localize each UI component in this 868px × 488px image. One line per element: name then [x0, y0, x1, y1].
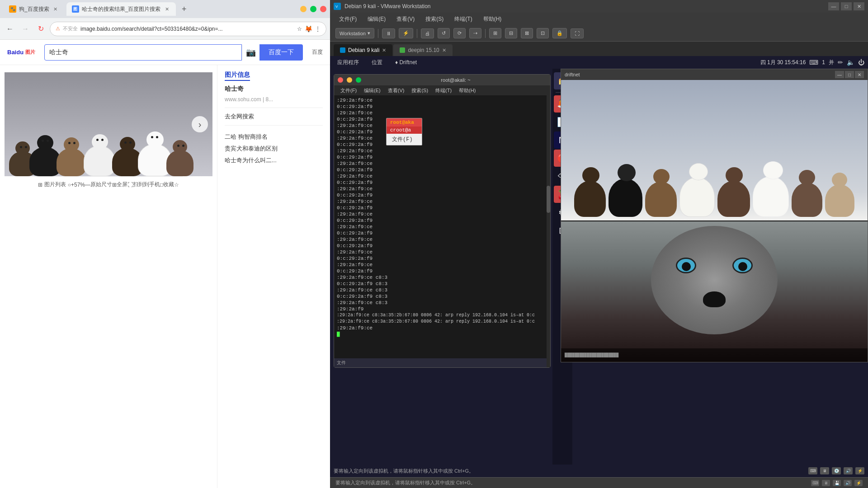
collect-btn[interactable]: 收藏: [163, 181, 174, 188]
vmware-menu-help[interactable]: 帮助(H): [478, 14, 507, 25]
driftnet-close-btn[interactable]: ✕: [855, 71, 864, 78]
tab1-close[interactable]: ✕: [52, 5, 59, 13]
status-icon-disk: 💽: [832, 467, 841, 474]
vmware-menu-file[interactable]: 文件(F): [334, 14, 362, 25]
vmware-tab-debian[interactable]: Debian 9 kali ✕: [334, 44, 392, 56]
context-menu-file[interactable]: 文件(F): [387, 134, 422, 145]
dp5: [717, 181, 750, 217]
terminal-body[interactable]: :29:2a:f9:ce 0:c:29:2a:f9 :29:2a:f9:ce 0…: [334, 95, 550, 367]
browser-window: 🐾 狗_百度搜索 ✕ 图 哈士奇的搜索结果_百度图片搜索 ✕ + ← → ↻: [0, 0, 330, 488]
suggestion-1[interactable]: 二哈 狗智商排名: [225, 131, 323, 143]
dp1: [574, 181, 606, 217]
vmware-status-ind-5[interactable]: ⚡: [854, 480, 863, 486]
address-bar[interactable]: ⚠ 不安全 image.baidu.com/search/detail?ct=5…: [50, 22, 326, 36]
workstation-dropdown[interactable]: Workstation ▾: [335, 28, 374, 38]
terminal-close-btn[interactable]: [338, 77, 343, 83]
terminal-window: root@akali: ~ 文件(F) 编辑(E) 查看(V) 搜索(S) 终端…: [334, 74, 551, 368]
pause-btn[interactable]: ⏸: [382, 28, 395, 38]
terminal-menu-file[interactable]: 文件(F): [337, 86, 360, 95]
toolbar-btn-2[interactable]: ⚡: [399, 28, 413, 38]
vmware-tab-deepin[interactable]: deepin 15.10 ✕: [393, 44, 452, 56]
baidu-search-button[interactable]: 百度一下: [259, 44, 303, 61]
browser-maximize-btn[interactable]: [310, 6, 316, 12]
baidu-search-input[interactable]: 哈士奇: [44, 44, 242, 61]
fullscreen-btn[interactable]: 全屏: [117, 181, 127, 188]
suggestion-2[interactable]: 贵宾犬和泰迪的区别: [225, 143, 323, 155]
terminal-scrollbar[interactable]: [547, 95, 550, 367]
vmware-status-ind-4[interactable]: 🔊: [844, 480, 852, 486]
vmware-close-btn[interactable]: ✕: [854, 2, 864, 10]
search-query-text: 哈士奇: [49, 48, 68, 56]
zoom-separator2: —: [85, 182, 90, 188]
suggestion-3[interactable]: 哈士奇为什么叫二...: [225, 155, 323, 166]
image-next-arrow[interactable]: ›: [192, 116, 208, 132]
vmware-menu-view[interactable]: 查看(V): [391, 14, 420, 25]
forward-button[interactable]: →: [19, 23, 32, 35]
puppy-7-eyes: [177, 145, 184, 147]
context-menu[interactable]: root@aka croot@a 文件(F): [386, 118, 422, 145]
toolbar-btn-9[interactable]: ⊠: [521, 28, 533, 38]
toolbar-btn-4[interactable]: ↺: [438, 28, 450, 38]
camera-search-icon[interactable]: 📷: [242, 44, 259, 61]
scan-to-phone[interactable]: 扫到到手机: [133, 181, 160, 188]
vmware-tab-1-close[interactable]: ✕: [382, 47, 386, 53]
tab1-favicon: 🐾: [9, 5, 16, 13]
vmware-tabs-bar: Debian 9 kali ✕ deepin 15.10 ✕: [330, 42, 868, 56]
vmware-menu-edit[interactable]: 编辑(E): [362, 14, 391, 25]
toolbar-btn-11[interactable]: 🔒: [552, 28, 567, 38]
terminal-menu-view[interactable]: 查看(V): [384, 86, 408, 95]
toolbar-btn-6[interactable]: ⇢: [469, 28, 481, 38]
vmware-status-ind-1[interactable]: ⌨: [811, 480, 819, 486]
terminal-titlebar: root@akali: ~: [334, 75, 550, 85]
driftnet-top-bg: [561, 80, 868, 221]
places-menu[interactable]: 位置: [368, 58, 386, 67]
goto-web-search[interactable]: 去全网搜索: [225, 113, 323, 121]
vmware-titlebar: V Debian 9 kali - VMware Workstation — □…: [330, 0, 868, 13]
browser-minimize-btn[interactable]: [300, 6, 307, 12]
terminal-menu-help[interactable]: 帮助(H): [455, 86, 479, 95]
toolbar-btn-8[interactable]: ⊟: [505, 28, 517, 38]
toolbar-btn-7[interactable]: ⊞: [489, 28, 501, 38]
driftnet-maximize-btn[interactable]: □: [845, 71, 854, 78]
tline-22: 0:c:29:2a:f9: [337, 230, 547, 236]
vmware-icon: V: [334, 3, 341, 10]
fullscreen-vm-btn[interactable]: ⛶: [571, 28, 584, 38]
vmware-status-ind-2[interactable]: 🖥: [822, 480, 830, 486]
network-menu[interactable]: ♦ Driftnet: [392, 58, 420, 66]
driftnet-minimize-btn[interactable]: —: [835, 71, 844, 78]
dp3: [645, 182, 677, 217]
terminal-menu-edit[interactable]: 编辑(E): [360, 86, 384, 95]
terminal-maximize-btn[interactable]: [356, 77, 361, 83]
guest-os: 应用程序 位置 ♦ Driftnet 四 1月 30 15:54:16 ⌨ 1 …: [330, 56, 868, 477]
vmware-menu-terminal[interactable]: 终端(T): [449, 14, 477, 25]
vmware-statusbar: 要将输入定向到该虚拟机，请将鼠标指针移入其中或按 Ctrl+G。 ⌨ 🖥 💾 🔊…: [330, 477, 868, 488]
grid-icon: ⊞: [38, 182, 42, 188]
vmware-minimize-btn[interactable]: —: [828, 2, 839, 10]
new-tab-button[interactable]: +: [178, 3, 190, 15]
toolbar-btn-5[interactable]: ⟳: [453, 28, 466, 38]
browser-tab-2[interactable]: 图 哈士奇的搜索结果_百度图片搜索 ✕: [66, 2, 176, 16]
back-button[interactable]: ←: [4, 23, 16, 35]
vmware-maximize-btn[interactable]: □: [841, 2, 852, 10]
original-size[interactable]: 原始尺寸: [90, 181, 112, 188]
vmware-tab-2-close[interactable]: ✕: [442, 47, 446, 53]
vmware-menu-search[interactable]: 搜索(S): [420, 14, 449, 25]
tline-20: 0:c:29:2a:f9: [337, 217, 547, 224]
vmware-status-ind-3[interactable]: 💾: [833, 480, 841, 486]
guest-topbar-right: 四 1月 30 15:54:16 ⌨ 1 并 ✏ 🔈 ⏻: [760, 59, 864, 66]
tab2-close[interactable]: ✕: [163, 5, 170, 13]
browser-close-btn[interactable]: [320, 6, 326, 12]
apps-menu[interactable]: 应用程序: [334, 58, 363, 67]
toolbar-btn-3[interactable]: 🖨: [421, 28, 434, 38]
dp3-head: [653, 169, 670, 184]
terminal-menu-search[interactable]: 搜索(S): [408, 86, 432, 95]
terminal-minimize-btn[interactable]: [347, 77, 352, 83]
toolbar-btn-10[interactable]: ⊡: [537, 28, 549, 38]
image-list-label[interactable]: ⊞ 图片列表 ○: [38, 181, 71, 188]
terminal-menu-terminal[interactable]: 终端(T): [432, 86, 455, 95]
status-icon-keyboard: ⌨: [808, 467, 817, 474]
driftnet-puppies-row: [561, 176, 868, 221]
tline-4: 0:c:29:2a:f9: [337, 116, 547, 122]
reload-button[interactable]: ↻: [34, 23, 47, 35]
browser-tab-1[interactable]: 🐾 狗_百度搜索 ✕: [4, 2, 65, 16]
